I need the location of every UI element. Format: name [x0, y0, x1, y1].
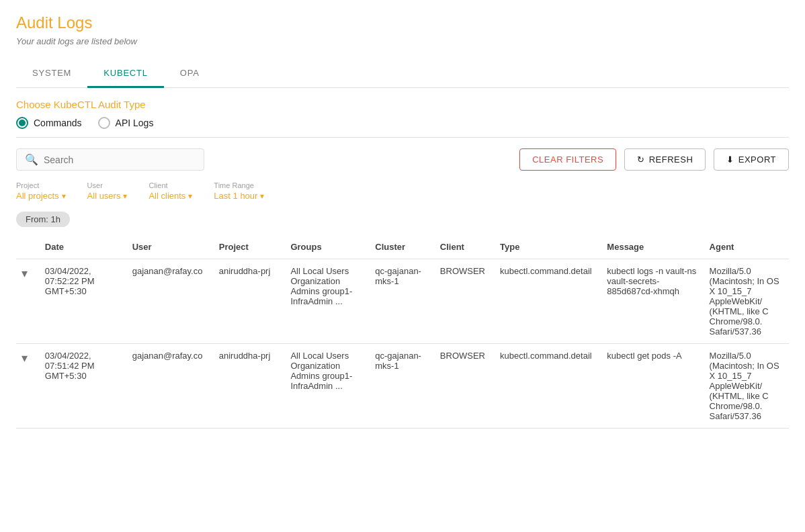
- filter-client-label: Client: [149, 181, 192, 189]
- col-header-client: Client: [435, 235, 495, 259]
- table-row: ▾ 03/04/2022, 07:51:42 PM GMT+5:30 gajan…: [16, 344, 789, 429]
- row-message: kubectl logs -n vault-ns vault-secrets-8…: [601, 259, 704, 344]
- kubectl-radio-group: Commands API Logs: [16, 117, 789, 129]
- radio-api-logs-label: API Logs: [116, 118, 154, 128]
- col-header-type: Type: [495, 235, 601, 259]
- radio-commands-circle: [16, 117, 28, 129]
- col-header-message: Message: [601, 235, 704, 259]
- filter-project-label: Project: [16, 181, 66, 189]
- table-body: ▾ 03/04/2022, 07:52:22 PM GMT+5:30 gajan…: [16, 259, 789, 429]
- col-header-date: Date: [40, 235, 127, 259]
- filter-user-value: All users: [87, 191, 121, 201]
- export-icon: ⬇: [726, 154, 734, 165]
- row-cluster: qc-gajanan-mks-1: [370, 259, 435, 344]
- toolbar: 🔍 CLEAR FILTERS ↻ REFRESH ⬇ EXPORT: [16, 138, 789, 179]
- kubectl-title: Choose KubeCTL Audit Type: [16, 99, 789, 110]
- filter-time-range-value: Last 1 hour: [214, 191, 257, 201]
- row-groups: All Local Users Organization Admins grou…: [285, 344, 370, 429]
- col-header-expand: [16, 235, 40, 259]
- row-project: aniruddha-prj: [214, 344, 286, 429]
- row-client: BROWSER: [435, 259, 495, 344]
- row-type: kubectl.command.detail: [495, 344, 601, 429]
- filter-project-dropdown[interactable]: All projects ▾: [16, 191, 66, 201]
- col-header-project: Project: [214, 235, 286, 259]
- row-date: 03/04/2022, 07:51:42 PM GMT+5:30: [40, 344, 127, 429]
- page-container: Audit Logs Your audit logs are listed be…: [0, 0, 805, 442]
- table-header: Date User Project Groups Cluster Client …: [16, 235, 789, 259]
- col-header-agent: Agent: [704, 235, 789, 259]
- export-label: EXPORT: [738, 154, 776, 165]
- filter-user: User All users ▾: [87, 181, 128, 201]
- col-header-groups: Groups: [285, 235, 370, 259]
- kubectl-section: Choose KubeCTL Audit Type Commands API L…: [16, 88, 789, 138]
- filter-project-chevron: ▾: [62, 191, 66, 201]
- refresh-button[interactable]: ↻ REFRESH: [624, 148, 706, 171]
- row-message: kubectl get pods -A: [601, 344, 704, 429]
- refresh-label: REFRESH: [649, 154, 693, 165]
- filters-row: Project All projects ▾ User All users ▾ …: [16, 179, 789, 209]
- search-box[interactable]: 🔍: [16, 148, 204, 171]
- row-date: 03/04/2022, 07:52:22 PM GMT+5:30: [40, 259, 127, 344]
- filter-project: Project All projects ▾: [16, 181, 66, 201]
- col-header-cluster: Cluster: [370, 235, 435, 259]
- radio-commands[interactable]: Commands: [16, 117, 82, 129]
- filter-user-chevron: ▾: [123, 191, 127, 201]
- row-cluster: qc-gajanan-mks-1: [370, 344, 435, 429]
- row-agent: Mozilla/5.0 (Macintosh; In OS X 10_15_7 …: [704, 259, 789, 344]
- filter-time-range-chevron: ▾: [260, 191, 264, 201]
- page-subtitle: Your audit logs are listed below: [16, 36, 789, 46]
- radio-api-logs[interactable]: API Logs: [98, 117, 154, 129]
- row-agent: Mozilla/5.0 (Macintosh; In OS X 10_15_7 …: [704, 344, 789, 429]
- clear-filters-button[interactable]: CLEAR FILTERS: [519, 148, 616, 171]
- export-button[interactable]: ⬇ EXPORT: [714, 148, 789, 171]
- row-project: aniruddha-prj: [214, 259, 286, 344]
- row-type: kubectl.command.detail: [495, 259, 601, 344]
- active-filter-tag[interactable]: From: 1h: [16, 212, 70, 227]
- filter-client-chevron: ▾: [188, 191, 192, 201]
- page-title: Audit Logs: [16, 13, 789, 32]
- refresh-icon: ↻: [637, 154, 645, 165]
- tab-system[interactable]: SYSTEM: [16, 60, 87, 88]
- search-input[interactable]: [44, 154, 196, 165]
- filter-time-range: Time Range Last 1 hour ▾: [214, 181, 264, 201]
- active-filters-area: From: 1h: [16, 209, 789, 227]
- filter-user-label: User: [87, 181, 128, 189]
- col-header-user: User: [127, 235, 214, 259]
- row-user: gajanan@rafay.co: [127, 259, 214, 344]
- radio-commands-label: Commands: [34, 118, 82, 128]
- radio-api-logs-circle: [98, 117, 110, 129]
- row-expand-btn[interactable]: ▾: [16, 344, 40, 429]
- search-icon: 🔍: [25, 153, 38, 166]
- filter-client-dropdown[interactable]: All clients ▾: [149, 191, 192, 201]
- tabs-bar: SYSTEM KUBECTL OPA: [16, 60, 789, 88]
- row-client: BROWSER: [435, 344, 495, 429]
- filter-user-dropdown[interactable]: All users ▾: [87, 191, 128, 201]
- row-groups: All Local Users Organization Admins grou…: [285, 259, 370, 344]
- row-user: gajanan@rafay.co: [127, 344, 214, 429]
- filter-client-value: All clients: [149, 191, 185, 201]
- filter-client: Client All clients ▾: [149, 181, 192, 201]
- table-row: ▾ 03/04/2022, 07:52:22 PM GMT+5:30 gajan…: [16, 259, 789, 344]
- filter-project-value: All projects: [16, 191, 59, 201]
- toolbar-buttons: CLEAR FILTERS ↻ REFRESH ⬇ EXPORT: [519, 148, 789, 171]
- filter-time-range-dropdown[interactable]: Last 1 hour ▾: [214, 191, 264, 201]
- audit-table: Date User Project Groups Cluster Client …: [16, 235, 789, 429]
- row-expand-btn[interactable]: ▾: [16, 259, 40, 344]
- tab-kubectl[interactable]: KUBECTL: [87, 60, 164, 88]
- filter-time-range-label: Time Range: [214, 181, 264, 189]
- tab-opa[interactable]: OPA: [164, 60, 216, 88]
